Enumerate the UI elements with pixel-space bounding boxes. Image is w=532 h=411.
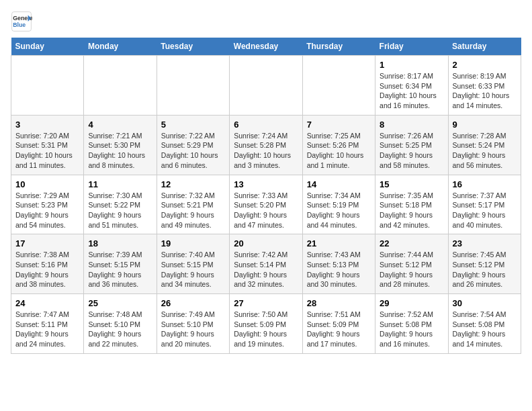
calendar-cell: 12Sunrise: 7:32 AM Sunset: 5:21 PM Dayli…: [157, 175, 229, 234]
calendar-cell: [230, 56, 302, 116]
day-info: Sunrise: 8:17 AM Sunset: 6:34 PM Dayligh…: [380, 71, 443, 111]
day-number: 13: [234, 179, 298, 189]
calendar-cell: [302, 56, 375, 116]
day-info: Sunrise: 7:49 AM Sunset: 5:10 PM Dayligh…: [161, 310, 225, 349]
calendar-cell: 24Sunrise: 7:47 AM Sunset: 5:11 PM Dayli…: [11, 294, 84, 354]
calendar-cell: 23Sunrise: 7:45 AM Sunset: 5:12 PM Dayli…: [448, 234, 521, 294]
calendar-cell: 11Sunrise: 7:30 AM Sunset: 5:22 PM Dayli…: [84, 175, 157, 234]
day-number: 8: [380, 120, 443, 130]
day-info: Sunrise: 7:28 AM Sunset: 5:24 PM Dayligh…: [453, 131, 517, 171]
calendar-cell: 26Sunrise: 7:49 AM Sunset: 5:10 PM Dayli…: [157, 294, 229, 354]
day-number: 29: [380, 298, 443, 308]
header-day-thursday: Thursday: [302, 38, 375, 56]
day-number: 6: [234, 120, 298, 130]
header-day-friday: Friday: [375, 38, 448, 56]
calendar-cell: 2Sunrise: 8:19 AM Sunset: 6:33 PM Daylig…: [448, 56, 521, 116]
calendar-cell: [157, 56, 229, 116]
day-number: 5: [161, 120, 225, 130]
day-info: Sunrise: 7:26 AM Sunset: 5:25 PM Dayligh…: [380, 131, 443, 171]
calendar-cell: 16Sunrise: 7:37 AM Sunset: 5:17 PM Dayli…: [448, 175, 521, 234]
day-info: Sunrise: 7:43 AM Sunset: 5:13 PM Dayligh…: [307, 250, 371, 289]
day-info: Sunrise: 7:47 AM Sunset: 5:11 PM Dayligh…: [15, 310, 79, 349]
day-info: Sunrise: 7:35 AM Sunset: 5:18 PM Dayligh…: [380, 191, 443, 230]
day-info: Sunrise: 7:54 AM Sunset: 5:08 PM Dayligh…: [453, 310, 517, 349]
day-info: Sunrise: 7:24 AM Sunset: 5:28 PM Dayligh…: [234, 131, 298, 171]
header-day-wednesday: Wednesday: [230, 38, 302, 56]
day-info: Sunrise: 7:37 AM Sunset: 5:17 PM Dayligh…: [453, 191, 517, 230]
day-info: Sunrise: 7:51 AM Sunset: 5:09 PM Dayligh…: [307, 310, 371, 349]
week-row-5: 24Sunrise: 7:47 AM Sunset: 5:11 PM Dayli…: [11, 294, 521, 354]
header-row: SundayMondayTuesdayWednesdayThursdayFrid…: [11, 38, 521, 56]
day-info: Sunrise: 7:32 AM Sunset: 5:21 PM Dayligh…: [161, 191, 225, 230]
calendar-cell: 19Sunrise: 7:40 AM Sunset: 5:15 PM Dayli…: [157, 234, 229, 294]
day-info: Sunrise: 7:39 AM Sunset: 5:15 PM Dayligh…: [88, 250, 152, 289]
day-number: 10: [15, 179, 79, 189]
day-info: Sunrise: 7:40 AM Sunset: 5:15 PM Dayligh…: [161, 250, 225, 289]
week-row-4: 17Sunrise: 7:38 AM Sunset: 5:16 PM Dayli…: [11, 234, 521, 294]
calendar-cell: 3Sunrise: 7:20 AM Sunset: 5:31 PM Daylig…: [11, 115, 84, 175]
day-number: 1: [380, 60, 443, 70]
calendar-cell: 29Sunrise: 7:52 AM Sunset: 5:08 PM Dayli…: [375, 294, 448, 354]
day-number: 17: [15, 238, 79, 248]
calendar-cell: 1Sunrise: 8:17 AM Sunset: 6:34 PM Daylig…: [375, 56, 448, 116]
day-number: 20: [234, 238, 298, 248]
day-info: Sunrise: 7:21 AM Sunset: 5:30 PM Dayligh…: [88, 131, 152, 171]
calendar-header: SundayMondayTuesdayWednesdayThursdayFrid…: [11, 38, 521, 56]
calendar-cell: 28Sunrise: 7:51 AM Sunset: 5:09 PM Dayli…: [302, 294, 375, 354]
calendar-cell: 4Sunrise: 7:21 AM Sunset: 5:30 PM Daylig…: [84, 115, 157, 175]
calendar-cell: 6Sunrise: 7:24 AM Sunset: 5:28 PM Daylig…: [230, 115, 302, 175]
day-info: Sunrise: 8:19 AM Sunset: 6:33 PM Dayligh…: [453, 71, 517, 111]
day-info: Sunrise: 7:44 AM Sunset: 5:12 PM Dayligh…: [380, 250, 443, 289]
day-number: 16: [453, 179, 517, 189]
day-number: 14: [307, 179, 371, 189]
calendar-cell: 21Sunrise: 7:43 AM Sunset: 5:13 PM Dayli…: [302, 234, 375, 294]
day-number: 23: [453, 238, 517, 248]
day-number: 19: [161, 238, 225, 248]
day-number: 4: [88, 120, 152, 130]
calendar-cell: 18Sunrise: 7:39 AM Sunset: 5:15 PM Dayli…: [84, 234, 157, 294]
logo: General Blue: [11, 11, 35, 32]
calendar-body: 1Sunrise: 8:17 AM Sunset: 6:34 PM Daylig…: [11, 56, 521, 354]
header-day-monday: Monday: [84, 38, 157, 56]
day-info: Sunrise: 7:50 AM Sunset: 5:09 PM Dayligh…: [234, 310, 298, 349]
calendar-cell: 25Sunrise: 7:48 AM Sunset: 5:10 PM Dayli…: [84, 294, 157, 354]
day-number: 2: [453, 60, 517, 70]
day-number: 28: [307, 298, 371, 308]
calendar-cell: 15Sunrise: 7:35 AM Sunset: 5:18 PM Dayli…: [375, 175, 448, 234]
calendar-cell: 10Sunrise: 7:29 AM Sunset: 5:23 PM Dayli…: [11, 175, 84, 234]
calendar-cell: 7Sunrise: 7:25 AM Sunset: 5:26 PM Daylig…: [302, 115, 375, 175]
day-number: 11: [88, 179, 152, 189]
calendar-table: SundayMondayTuesdayWednesdayThursdayFrid…: [11, 38, 521, 354]
header: General Blue: [11, 11, 521, 32]
calendar-cell: 17Sunrise: 7:38 AM Sunset: 5:16 PM Dayli…: [11, 234, 84, 294]
day-number: 27: [234, 298, 298, 308]
day-number: 26: [161, 298, 225, 308]
day-number: 30: [453, 298, 517, 308]
header-day-tuesday: Tuesday: [157, 38, 229, 56]
day-number: 24: [15, 298, 79, 308]
calendar-cell: 30Sunrise: 7:54 AM Sunset: 5:08 PM Dayli…: [448, 294, 521, 354]
header-day-sunday: Sunday: [11, 38, 84, 56]
day-number: 9: [453, 120, 517, 130]
calendar-cell: 9Sunrise: 7:28 AM Sunset: 5:24 PM Daylig…: [448, 115, 521, 175]
day-info: Sunrise: 7:30 AM Sunset: 5:22 PM Dayligh…: [88, 191, 152, 230]
day-info: Sunrise: 7:25 AM Sunset: 5:26 PM Dayligh…: [307, 131, 371, 171]
week-row-1: 1Sunrise: 8:17 AM Sunset: 6:34 PM Daylig…: [11, 56, 521, 116]
day-number: 21: [307, 238, 371, 248]
day-info: Sunrise: 7:52 AM Sunset: 5:08 PM Dayligh…: [380, 310, 443, 349]
day-info: Sunrise: 7:42 AM Sunset: 5:14 PM Dayligh…: [234, 250, 298, 289]
day-info: Sunrise: 7:22 AM Sunset: 5:29 PM Dayligh…: [161, 131, 225, 171]
day-number: 12: [161, 179, 225, 189]
day-info: Sunrise: 7:33 AM Sunset: 5:20 PM Dayligh…: [234, 191, 298, 230]
day-number: 3: [15, 120, 79, 130]
day-number: 7: [307, 120, 371, 130]
calendar-cell: [11, 56, 84, 116]
calendar-cell: 13Sunrise: 7:33 AM Sunset: 5:20 PM Dayli…: [230, 175, 302, 234]
calendar-cell: 20Sunrise: 7:42 AM Sunset: 5:14 PM Dayli…: [230, 234, 302, 294]
week-row-2: 3Sunrise: 7:20 AM Sunset: 5:31 PM Daylig…: [11, 115, 521, 175]
day-number: 15: [380, 179, 443, 189]
week-row-3: 10Sunrise: 7:29 AM Sunset: 5:23 PM Dayli…: [11, 175, 521, 234]
day-info: Sunrise: 7:38 AM Sunset: 5:16 PM Dayligh…: [15, 250, 79, 289]
day-number: 18: [88, 238, 152, 248]
calendar-cell: 8Sunrise: 7:26 AM Sunset: 5:25 PM Daylig…: [375, 115, 448, 175]
